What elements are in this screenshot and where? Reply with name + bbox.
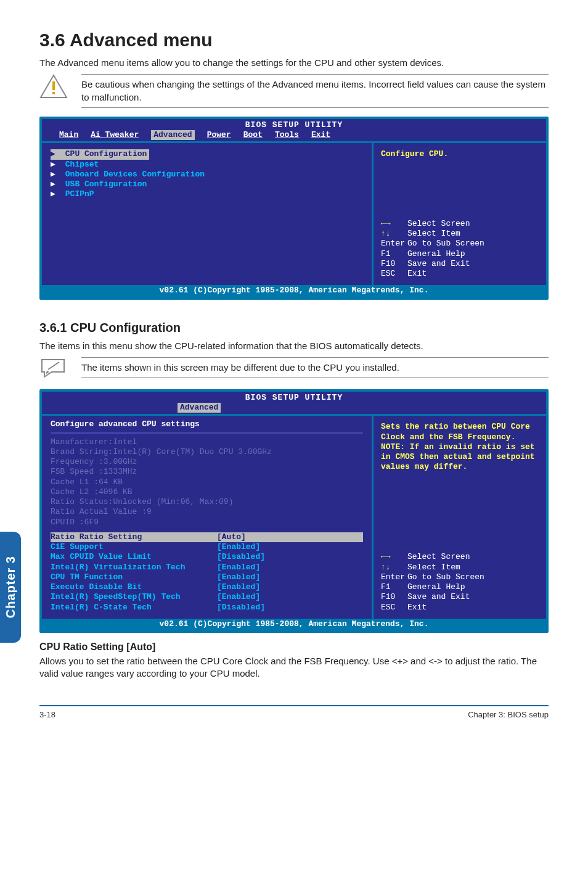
bios-menu-item: ▶ PCIPnP xyxy=(51,189,363,199)
bios-setting-name: Ratio Ratio Setting xyxy=(51,532,217,542)
note-callout: The items shown in this screen may be di… xyxy=(39,357,549,381)
bios-screen-advanced-menu: BIOS SETUP UTILITY MainAi TweakerAdvance… xyxy=(39,117,549,300)
page-footer: 3-18 Chapter 3: BIOS setup xyxy=(39,705,549,719)
bios-setting-value: [Enabled] xyxy=(217,582,363,592)
bios-screen-cpu-config: BIOS SETUP UTILITY Advanced Configure ad… xyxy=(39,389,549,633)
bios-settings-list: Ratio Ratio Setting[Auto]C1E Support[Ena… xyxy=(51,532,363,613)
subsection-title: 3.6.1 CPU Configuration xyxy=(39,321,549,335)
bios-setting-value: [Disabled] xyxy=(217,552,363,562)
bios-setting-value: [Enabled] xyxy=(217,592,363,602)
bios-info-line: Ratio Actual Value :9 xyxy=(51,507,363,517)
bios-setting-name: Intel(R) C-State Tech xyxy=(51,603,217,613)
bios-info-line: Cache L1 :64 KB xyxy=(51,477,363,487)
bios-key-help: ←→Select Screen↑↓Select ItemEnterGo to S… xyxy=(381,219,539,279)
bios-setting-name: Intel(R) Virtualization Tech xyxy=(51,563,217,572)
bios-copyright: v02.61 (C)Copyright 1985-2008, American … xyxy=(42,285,546,297)
bios-menu-item: ▶ Chipset xyxy=(51,160,363,170)
bios-setting-value: [Enabled] xyxy=(217,572,363,582)
bios-setting-value: [Enabled] xyxy=(217,542,363,552)
bios-tab-bar: MainAi TweakerAdvancedPowerBootToolsExit xyxy=(42,130,546,143)
bios-info-line: Ratio Status:Unlocked (Min:06, Max:09) xyxy=(51,497,363,507)
chapter-tab: Chapter 3 xyxy=(0,532,21,643)
page-number: 3-18 xyxy=(39,710,55,719)
bios-menu-list: ▶ CPU Configuration▶ Chipset▶ Onboard De… xyxy=(51,149,363,199)
bios-key-help: ←→Select Screen↑↓Select ItemEnterGo to S… xyxy=(381,552,539,613)
caution-icon xyxy=(39,74,68,99)
bios-tab-power: Power xyxy=(207,130,231,140)
svg-rect-2 xyxy=(52,92,55,94)
bios-setting-name: Intel(R) SpeedStep(TM) Tech xyxy=(51,592,217,602)
bios-info-line: FSB Speed :1333MHz xyxy=(51,467,363,477)
param-title-cpu-ratio: CPU Ratio Setting [Auto] xyxy=(39,642,549,653)
bios-setting-value: [Auto] xyxy=(217,532,363,542)
bios-tab-main: Main xyxy=(59,130,78,140)
param-body-cpu-ratio: Allows you to set the ratio between the … xyxy=(39,655,549,680)
bios-setting-value: [Disabled] xyxy=(217,603,363,613)
bios-setting-name: CPU TM Function xyxy=(51,572,217,582)
bios-help-description: Configure CPU. xyxy=(381,149,539,159)
bios-info-line: Cache L2 :4096 KB xyxy=(51,487,363,497)
bios-tab-advanced: Advanced xyxy=(151,130,194,140)
bios-menu-item: ▶ Onboard Devices Configuration xyxy=(51,170,363,179)
bios-tab-ai-tweaker: Ai Tweaker xyxy=(91,130,139,140)
bios-info-line: Manufacturer:Intel xyxy=(51,437,363,447)
bios-info-line: Frequency :3.00GHz xyxy=(51,457,363,467)
caution-callout: Be cautious when changing the settings o… xyxy=(39,74,549,108)
bios-setting-name: Max CPUID Value Limit xyxy=(51,552,217,562)
bios-info-line: Brand String:Intel(R) Core(TM) Duo CPU 3… xyxy=(51,447,363,457)
bios-title: BIOS SETUP UTILITY xyxy=(42,392,546,403)
bios-menu-item: ▶ CPU Configuration xyxy=(51,149,149,159)
bios-tab-tools: Tools xyxy=(275,130,299,140)
bios-menu-item: ▶ USB Configuration xyxy=(51,179,363,189)
section-title: 3.6 Advanced menu xyxy=(39,30,549,51)
note-icon xyxy=(39,357,68,378)
subsection-intro: The items in this menu show the CPU-rela… xyxy=(39,340,549,352)
note-text: The items shown in this screen may be di… xyxy=(81,357,549,378)
chapter-tab-label: Chapter 3 xyxy=(4,556,18,618)
bios-tab-bar: Advanced xyxy=(42,403,546,416)
bios-tab-boot: Boot xyxy=(243,130,263,140)
bios-cpu-info-block: Manufacturer:IntelBrand String:Intel(R) … xyxy=(51,437,363,527)
bios-setting-name: C1E Support xyxy=(51,542,217,552)
bios-help-description: Sets the ratio between CPU Core Clock an… xyxy=(381,422,539,472)
bios-copyright: v02.61 (C)Copyright 1985-2008, American … xyxy=(42,619,546,630)
bios-title: BIOS SETUP UTILITY xyxy=(42,119,546,130)
bios-tab-advanced: Advanced xyxy=(178,403,221,413)
footer-chapter: Chapter 3: BIOS setup xyxy=(468,710,549,719)
bios-info-line: CPUID :6F9 xyxy=(51,518,363,527)
svg-rect-1 xyxy=(52,81,55,90)
bios-setting-value: [Enabled] xyxy=(217,563,363,572)
bios-setting-name: Execute Disable Bit xyxy=(51,582,217,592)
caution-text: Be cautious when changing the settings o… xyxy=(81,74,549,108)
bios-panel-heading: Configure advanced CPU settings xyxy=(51,419,363,433)
section-intro: The Advanced menu items allow you to cha… xyxy=(39,57,549,69)
bios-tab-exit: Exit xyxy=(311,130,330,140)
